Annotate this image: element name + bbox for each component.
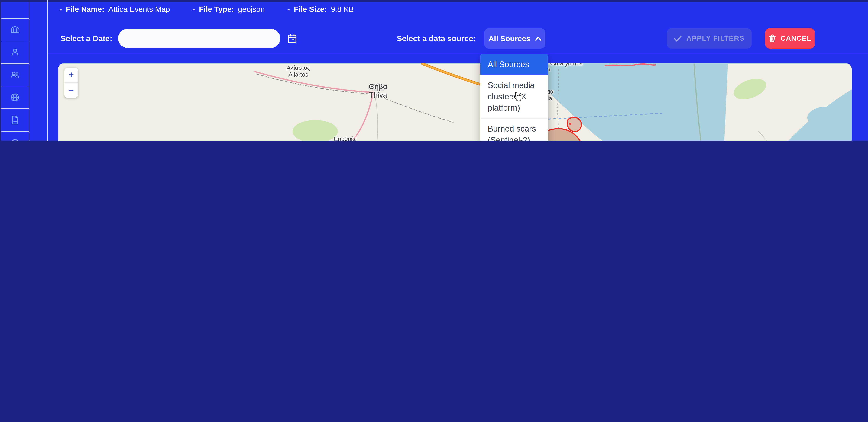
dropdown-option[interactable]: All Sources bbox=[480, 54, 548, 74]
map-panel[interactable]: ΑλίαρτοςAliartosΘήβαThivaΕρυθρέςErythres… bbox=[58, 63, 851, 140]
apply-filters-label: APPLY FILTERS bbox=[686, 34, 744, 42]
dropdown-option[interactable]: Social media clusters (X platform) bbox=[480, 74, 548, 118]
map-place-label: ΑλίαρτοςAliartos bbox=[287, 64, 310, 78]
calendar-icon[interactable] bbox=[286, 33, 298, 44]
sidebar-item-globe[interactable] bbox=[1, 86, 29, 108]
check-icon bbox=[674, 35, 681, 42]
date-input[interactable] bbox=[118, 29, 280, 48]
data-source-dropdown-menu: All SourcesSocial media clusters (X plat… bbox=[480, 54, 548, 140]
bank-icon bbox=[7, 23, 24, 37]
sidebar-item-bank[interactable] bbox=[1, 18, 29, 41]
map-place-label: ΕρυθρέςErythres bbox=[334, 135, 357, 140]
chevron-up-icon bbox=[535, 36, 541, 40]
trash-icon bbox=[769, 34, 776, 42]
map-zoom-control: + − bbox=[64, 68, 78, 98]
content-divider bbox=[48, 0, 48, 140]
filters-divider bbox=[48, 54, 868, 54]
bank-icon bbox=[7, 135, 24, 141]
file-icon bbox=[7, 113, 24, 127]
apply-filters-button[interactable]: APPLY FILTERS bbox=[667, 28, 752, 48]
zoom-in-button[interactable]: + bbox=[64, 68, 78, 83]
file-info-item: -File Name:Attica Events Map bbox=[59, 5, 170, 13]
sidebar-item-bank[interactable] bbox=[1, 131, 29, 140]
top-dark-strip bbox=[1, 0, 868, 2]
sidebar-item-user[interactable] bbox=[1, 41, 29, 63]
globe-icon bbox=[7, 90, 24, 105]
file-info-item: -File Type:geojson bbox=[192, 5, 265, 13]
map-place-label: ΑμάρυνθοςAmarynthos bbox=[551, 63, 583, 67]
zoom-out-button[interactable]: − bbox=[64, 83, 78, 98]
data-source-dropdown-button[interactable]: All Sources bbox=[484, 28, 545, 48]
sidebar-nav bbox=[1, 2, 29, 140]
data-source-label: Select a data source: bbox=[397, 34, 476, 43]
user-icon bbox=[7, 45, 24, 60]
file-info-bar: -File Name:Attica Events Map-File Type:g… bbox=[59, 2, 354, 17]
attica-events-map-app: -File Name:Attica Events Map-File Type:g… bbox=[0, 0, 868, 140]
dropdown-option[interactable]: Burned scars (Sentinel-2) bbox=[480, 118, 548, 140]
date-label: Select a Date: bbox=[60, 34, 112, 43]
sidebar-divider bbox=[29, 0, 29, 140]
cancel-label: CANCEL bbox=[781, 34, 811, 42]
cancel-button[interactable]: CANCEL bbox=[765, 28, 815, 48]
map-place-label: ΘήβαThiva bbox=[369, 82, 387, 100]
users-icon bbox=[7, 68, 24, 82]
sidebar-item-file[interactable] bbox=[1, 108, 29, 131]
file-info-item: -File Size:9.8 KB bbox=[287, 5, 354, 13]
data-source-value: All Sources bbox=[489, 34, 530, 43]
sidebar-item-users[interactable] bbox=[1, 63, 29, 86]
map-overlay: ΑλίαρτοςAliartosΘήβαThivaΕρυθρέςErythres… bbox=[58, 63, 851, 140]
